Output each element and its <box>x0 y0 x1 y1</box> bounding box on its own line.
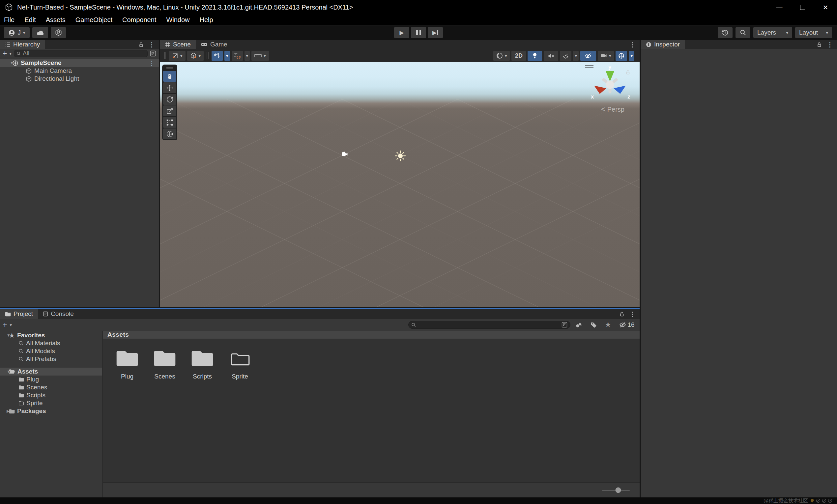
effects-dropdown[interactable]: ▾ <box>573 51 578 61</box>
tree-row-assets[interactable]: ▼ Assets <box>0 367 102 376</box>
gizmo-x-cone[interactable] <box>594 86 606 94</box>
main-camera-gizmo-icon[interactable] <box>341 151 348 157</box>
tool-handle-rotation-dropdown[interactable]: ▾ <box>187 51 204 61</box>
slider-thumb[interactable] <box>615 488 621 493</box>
tree-row-plug[interactable]: Plug <box>0 376 102 383</box>
menu-assets[interactable]: Assets <box>41 15 71 25</box>
tool-handle-position-dropdown[interactable]: ▾ <box>169 51 185 61</box>
tree-row-all-models[interactable]: All Models <box>0 347 102 355</box>
snap-increment-button[interactable] <box>232 51 243 61</box>
rotate-tool-button[interactable] <box>163 94 176 105</box>
gizmos-dropdown[interactable]: ▾ <box>629 51 634 61</box>
menu-file[interactable]: File <box>0 15 19 25</box>
scene-menu-icon[interactable]: ⋮ <box>629 41 636 49</box>
palette-drag-handle[interactable] <box>163 66 176 70</box>
perspective-toggle[interactable]: < Persp <box>601 105 624 114</box>
asset-folder-scripts[interactable]: Scripts <box>186 348 218 380</box>
hidden-packages-toggle[interactable]: 16 <box>617 321 637 329</box>
grid-snapping-dropdown[interactable]: ▾ <box>225 51 230 61</box>
hierarchy-menu-icon[interactable]: ⋮ <box>149 41 155 49</box>
snap-increment-dropdown[interactable]: ▾ <box>245 51 250 61</box>
expand-icon[interactable]: ▼ <box>0 333 6 338</box>
gizmos-toggle[interactable] <box>616 51 627 61</box>
menu-component[interactable]: Component <box>117 15 161 25</box>
menu-window[interactable]: Window <box>161 15 194 25</box>
toolbar-search-button[interactable] <box>735 27 750 38</box>
tree-row-sprite[interactable]: Sprite <box>0 399 102 407</box>
menu-help[interactable]: Help <box>195 15 218 25</box>
tree-row-scene[interactable]: ▼ SampleScene ⋮ <box>0 59 159 67</box>
tree-row-main-camera[interactable]: Main Camera <box>0 67 159 75</box>
project-menu-icon[interactable]: ⋮ <box>629 310 636 318</box>
step-button[interactable]: ▶ <box>428 27 443 38</box>
create-dropdown-icon[interactable]: ▾ <box>9 51 12 56</box>
scene-lighting-toggle[interactable] <box>528 51 542 61</box>
tab-project[interactable]: Project <box>0 309 38 319</box>
minimize-button[interactable]: — <box>768 0 791 15</box>
hierarchy-search-input[interactable]: All <box>14 50 148 57</box>
menu-edit[interactable]: Edit <box>19 15 40 25</box>
menu-gameobject[interactable]: GameObject <box>71 15 117 25</box>
search-by-type-button[interactable] <box>573 321 585 329</box>
gizmo-y-cone[interactable] <box>606 71 614 82</box>
tree-row-scripts[interactable]: Scripts <box>0 391 102 399</box>
layout-dropdown[interactable]: Layout ▾ <box>795 27 832 38</box>
tree-row-all-prefabs[interactable]: All Prefabs <box>0 355 102 363</box>
tab-hierarchy[interactable]: Hierarchy <box>0 40 45 49</box>
picker-icon[interactable] <box>150 50 156 57</box>
scene-menu-icon[interactable]: ⋮ <box>149 59 155 67</box>
hand-tool-button[interactable] <box>163 71 176 82</box>
project-search-input[interactable] <box>408 321 570 329</box>
asset-folder-plug[interactable]: Plug <box>111 348 143 380</box>
close-button[interactable]: × <box>814 0 837 15</box>
effects-toggle[interactable] <box>560 51 571 61</box>
tab-console[interactable]: Console <box>38 309 79 319</box>
tree-row-directional-light[interactable]: Directional Light <box>0 75 159 83</box>
asset-folder-sprite[interactable]: Sprite <box>224 348 256 380</box>
expand-icon[interactable]: ▼ <box>0 369 6 374</box>
scene-camera-dropdown[interactable]: ▾ <box>598 51 614 61</box>
inspector-menu-icon[interactable]: ⋮ <box>827 41 833 49</box>
scale-tool-button[interactable] <box>163 105 176 116</box>
2d-toggle[interactable]: 2D <box>512 51 526 61</box>
directional-light-gizmo-icon[interactable] <box>395 150 406 161</box>
shading-mode-dropdown[interactable]: ▾ <box>493 51 510 61</box>
create-button[interactable]: + <box>3 50 7 57</box>
cloud-button[interactable] <box>32 27 48 38</box>
move-tool-button[interactable] <box>163 82 176 93</box>
audio-mute-toggle[interactable] <box>544 51 558 61</box>
favorites-filter-button[interactable]: ★ <box>602 321 614 329</box>
scene-viewport[interactable]: y x z < Persp <box>160 62 640 307</box>
unlock-icon[interactable] <box>817 42 822 48</box>
unlock-icon[interactable] <box>138 42 144 48</box>
maximize-button[interactable] <box>791 0 814 15</box>
transform-tool-button[interactable] <box>163 128 176 139</box>
gizmo-lock-icon[interactable] <box>625 70 630 75</box>
create-asset-button[interactable]: + <box>3 321 7 329</box>
toolbar-grip[interactable] <box>164 52 166 59</box>
units-dropdown[interactable]: ▾ <box>251 51 269 61</box>
tree-row-all-materials[interactable]: All Materials <box>0 339 102 347</box>
tree-row-packages[interactable]: ▶ Packages <box>0 407 102 415</box>
grid-snapping-toggle[interactable]: Y <box>212 51 223 61</box>
search-by-label-button[interactable] <box>588 321 600 329</box>
gizmo-z-cone[interactable] <box>613 86 626 94</box>
expand-icon[interactable]: ▶ <box>0 409 6 413</box>
tab-game[interactable]: Game <box>196 40 232 49</box>
create-asset-dropdown-icon[interactable]: ▾ <box>10 323 12 327</box>
tree-row-scenes[interactable]: Scenes <box>0 383 102 391</box>
tab-scene[interactable]: Scene <box>160 40 196 49</box>
toolbar-grip[interactable] <box>207 52 209 59</box>
undo-history-button[interactable] <box>718 27 732 38</box>
tree-row-favorites[interactable]: ▼ ★ Favorites <box>0 331 102 339</box>
layers-dropdown[interactable]: Layers ▾ <box>753 27 792 38</box>
expand-icon[interactable]: ▼ <box>0 60 10 65</box>
thumbnail-zoom-slider[interactable] <box>602 490 630 491</box>
scene-visibility-toggle[interactable] <box>580 51 596 61</box>
account-button[interactable]: J ▾ <box>4 27 30 38</box>
unlock-icon[interactable] <box>619 311 624 317</box>
picker-icon[interactable] <box>562 322 567 328</box>
plastic-scm-button[interactable] <box>51 27 66 38</box>
asset-folder-scenes[interactable]: Scenes <box>149 348 181 380</box>
pause-button[interactable] <box>411 27 426 38</box>
